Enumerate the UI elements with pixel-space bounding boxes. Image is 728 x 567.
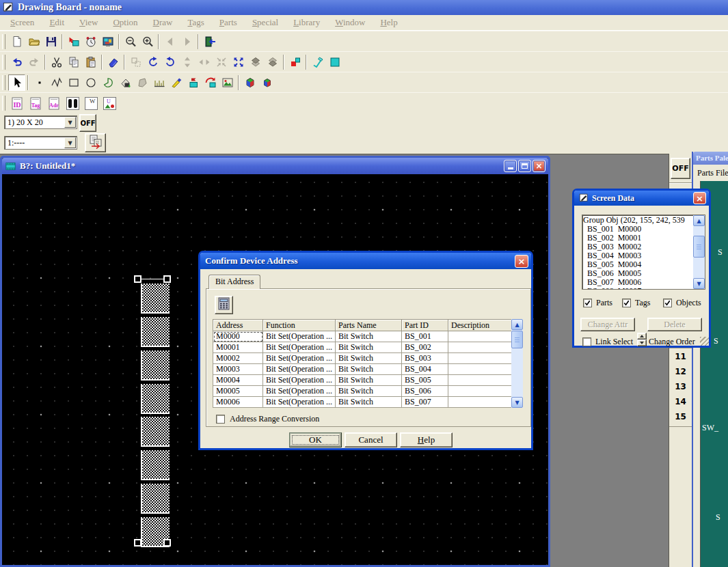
- library-cube2-button[interactable]: [258, 74, 275, 91]
- scale-tool-button[interactable]: [150, 74, 167, 91]
- redo-button[interactable]: [25, 54, 42, 70]
- table-row[interactable]: M0005Bit Set(Operation ...Bit SwitchBS_0…: [213, 386, 516, 397]
- palette-index-13[interactable]: 13: [671, 379, 690, 394]
- flip-horizontal-button[interactable]: [196, 54, 213, 70]
- screen-preview-button[interactable]: [99, 33, 116, 50]
- list-item[interactable]: BS_003 M0002: [583, 243, 693, 251]
- dropdown-arrow-icon[interactable]: ▼: [64, 137, 76, 148]
- label-tool-button[interactable]: [185, 74, 202, 91]
- table-row[interactable]: M0002Bit Set(Operation ...Bit SwitchBS_0…: [213, 353, 516, 364]
- line-tool-button[interactable]: [48, 74, 65, 91]
- menu-parts[interactable]: Parts: [212, 16, 245, 29]
- screen-data-titlebar[interactable]: Screen Data ×: [574, 191, 709, 206]
- bring-front-button[interactable]: [247, 54, 264, 70]
- duplicate-button[interactable]: [127, 54, 144, 70]
- selection-handle[interactable]: [134, 275, 141, 283]
- palette-index-12[interactable]: 12: [671, 364, 690, 379]
- prev-screen-button[interactable]: [161, 33, 178, 50]
- tags-checkbox[interactable]: [622, 299, 631, 307]
- cancel-button[interactable]: Cancel: [345, 432, 397, 447]
- selection-handle[interactable]: [134, 539, 141, 547]
- delete-button[interactable]: Delete: [647, 318, 702, 331]
- menu-library[interactable]: Library: [286, 16, 327, 29]
- image-tool-button[interactable]: [219, 74, 236, 91]
- dropdown-arrow-icon[interactable]: ▼: [64, 117, 76, 128]
- rect-tool-button[interactable]: [65, 74, 82, 91]
- scroll-thumb[interactable]: [693, 236, 705, 258]
- list-item[interactable]: BS_004 M0003: [583, 251, 693, 260]
- dialog-close-button[interactable]: ×: [515, 255, 528, 268]
- menu-special[interactable]: Special: [245, 16, 286, 29]
- save-button[interactable]: [42, 33, 59, 50]
- bit-switch-part[interactable]: [141, 284, 170, 314]
- palette-index-15[interactable]: 15: [671, 409, 690, 424]
- library-cube-button[interactable]: [241, 74, 258, 91]
- menu-option[interactable]: Option: [105, 16, 145, 29]
- list-item[interactable]: BS_002 M0001: [583, 234, 693, 243]
- parts-checkbox[interactable]: [583, 299, 592, 307]
- toolbar-grip[interactable]: [2, 75, 5, 90]
- list-item[interactable]: BS_007 M0006: [583, 278, 693, 287]
- draw-check-button[interactable]: [309, 54, 326, 70]
- list-item[interactable]: BS_006 M0005: [583, 269, 693, 278]
- open-folder-button[interactable]: [25, 33, 42, 50]
- objects-checkbox[interactable]: [663, 299, 672, 307]
- minimize-button[interactable]: [504, 160, 517, 172]
- off-state-toggle-button[interactable]: OFF: [79, 114, 96, 132]
- fill-tool-button[interactable]: [116, 74, 133, 91]
- cut-button[interactable]: [48, 54, 65, 70]
- list-scrollbar[interactable]: ▲ ▼: [693, 215, 705, 289]
- maximize-button[interactable]: [518, 160, 531, 172]
- id-label-button[interactable]: ID: [8, 94, 27, 113]
- pie-tool-button[interactable]: [99, 74, 116, 91]
- bit-switch-part[interactable]: [141, 384, 170, 414]
- shrink-button[interactable]: [213, 54, 230, 70]
- palette-index-14[interactable]: 14: [671, 394, 690, 409]
- rotate-right-button[interactable]: [161, 54, 178, 70]
- link-select-checkbox[interactable]: [582, 337, 591, 346]
- paste-button[interactable]: [82, 54, 99, 70]
- bit-switch-part[interactable]: [141, 450, 170, 480]
- select-tool-button[interactable]: [8, 74, 25, 91]
- table-row[interactable]: M0004Bit Set(Operation ...Bit SwitchBS_0…: [213, 375, 516, 386]
- text-tool-button[interactable]: [167, 74, 185, 91]
- column-header[interactable]: Description: [448, 320, 515, 331]
- address-range-checkbox[interactable]: [216, 415, 225, 424]
- parts-size-combo[interactable]: 1) 20 X 20 ▼: [4, 115, 77, 129]
- exit-button[interactable]: [201, 33, 218, 50]
- polygon-tool-button[interactable]: [133, 74, 150, 91]
- clock-button[interactable]: [82, 33, 99, 50]
- spin-down-icon[interactable]: [637, 340, 647, 346]
- bit-switch-part[interactable]: [141, 417, 170, 447]
- parts-file-label[interactable]: Parts File: [693, 165, 728, 181]
- screen-transfer-button[interactable]: [85, 133, 106, 152]
- resize-grip[interactable]: [700, 337, 709, 346]
- list-item[interactable]: BS_005 M0004: [583, 260, 693, 269]
- load-mark-button[interactable]: [202, 74, 219, 91]
- ok-button[interactable]: OK: [289, 432, 342, 447]
- eraser-button[interactable]: [105, 54, 122, 70]
- change-attr-button[interactable]: Change Attr: [580, 318, 635, 331]
- drawing-window-titlebar[interactable]: B?: Untitled1* ×: [2, 158, 548, 174]
- rotate-left-button[interactable]: [144, 54, 161, 70]
- spin-up-icon[interactable]: [637, 333, 647, 340]
- table-row[interactable]: M0003Bit Set(Operation ...Bit SwitchBS_0…: [213, 364, 516, 375]
- circle-tool-button[interactable]: [82, 74, 99, 91]
- menu-draw[interactable]: Draw: [146, 16, 180, 29]
- w-mark-button[interactable]: W: [82, 94, 100, 113]
- list-item[interactable]: BS_008 M0007: [583, 287, 693, 290]
- selection-handle[interactable]: [163, 539, 171, 547]
- list-item[interactable]: BS_001 M0000: [583, 225, 693, 234]
- scroll-thumb[interactable]: [511, 331, 523, 348]
- screen-copy-button[interactable]: [65, 33, 82, 50]
- copy-button[interactable]: [65, 54, 82, 70]
- menu-edit[interactable]: Edit: [42, 16, 72, 29]
- column-header[interactable]: Parts Name: [335, 320, 401, 331]
- dot-tool-button[interactable]: [31, 74, 48, 91]
- app-titlebar[interactable]: Drawing Board - noname: [0, 0, 728, 15]
- palette-index-11[interactable]: 11: [671, 349, 690, 364]
- dialog-titlebar[interactable]: Confirm Device Address ×: [200, 253, 531, 269]
- toolbar-grip[interactable]: [2, 55, 5, 70]
- bit-switch-part[interactable]: [141, 484, 170, 514]
- zoom-in-button[interactable]: [139, 33, 156, 50]
